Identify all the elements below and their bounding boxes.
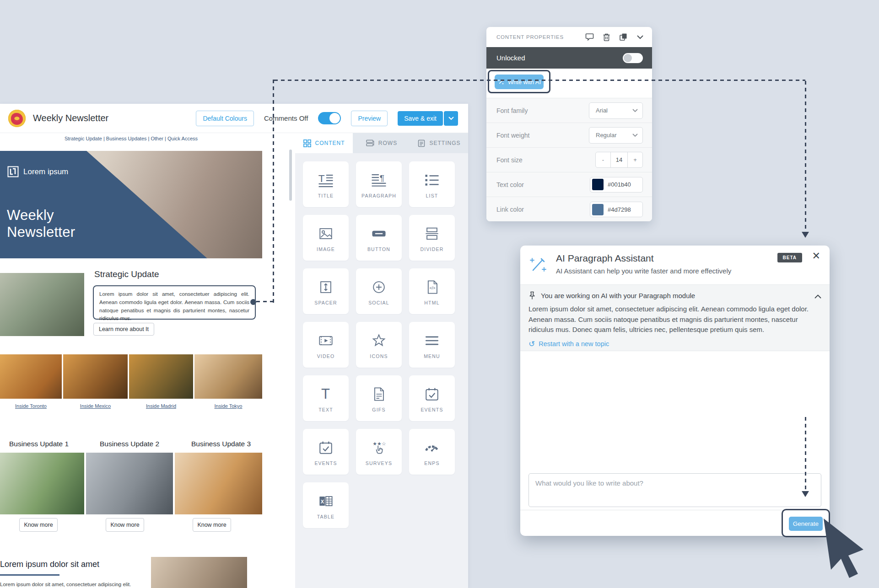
module-label: ENPS	[424, 460, 439, 466]
know-more-button-3[interactable]: Know more	[193, 518, 231, 532]
module-label: BUTTON	[367, 246, 390, 252]
city-photo-mexico	[63, 354, 128, 399]
link-inside-madrid[interactable]: Inside Madrid	[129, 403, 193, 409]
connector-right-vertical-1	[805, 81, 806, 232]
module-card-text[interactable]: T TEXT	[303, 375, 349, 421]
restart-topic-link[interactable]: ↺ Restart with a new topic	[528, 339, 821, 349]
spacer-icon	[317, 278, 335, 297]
context-body: Lorem ipsum dolor sit amet, consectetuer…	[528, 304, 821, 335]
module-card-table[interactable]: X TABLE	[303, 482, 349, 528]
chevron-down-icon	[632, 109, 638, 112]
module-card-events[interactable]: EVENTS	[409, 375, 455, 421]
module-card-divider[interactable]: DIVIDER	[409, 215, 455, 261]
font-family-select[interactable]: Arial	[589, 102, 643, 119]
comments-off-label: Comments Off	[264, 114, 308, 122]
properties-header: CONTENT PROPERTIES	[486, 27, 652, 47]
know-more-button-2[interactable]: Know more	[106, 518, 144, 532]
toggle-knob	[624, 54, 632, 62]
tab-content[interactable]: CONTENT	[295, 133, 353, 153]
unlocked-toggle[interactable]	[623, 53, 643, 63]
delete-icon[interactable]	[602, 32, 611, 42]
panel-scrollbar[interactable]	[289, 150, 292, 201]
comments-toggle[interactable]	[318, 112, 341, 124]
business-photo-1	[0, 453, 84, 514]
prompt-input[interactable]	[528, 473, 821, 507]
default-colours-button[interactable]: Default Colours	[196, 111, 254, 126]
know-more-button-1[interactable]: Know more	[19, 518, 58, 532]
duplicate-icon[interactable]	[619, 32, 628, 42]
module-card-list[interactable]: LIST	[409, 161, 455, 207]
chevron-up-icon[interactable]	[814, 292, 821, 300]
font-weight-select[interactable]: Regular	[589, 127, 643, 144]
tab-settings[interactable]: SETTINGS	[410, 133, 468, 153]
gifs-icon	[370, 385, 388, 404]
collapse-chevron-icon[interactable]	[636, 32, 645, 42]
link-inside-toronto[interactable]: Inside Toronto	[0, 403, 62, 409]
module-label: DIVIDER	[421, 246, 444, 252]
module-label: SOCIAL	[368, 300, 389, 305]
title-icon: T	[317, 171, 335, 190]
strategic-photo	[0, 273, 84, 336]
close-icon[interactable]: ✕	[812, 250, 820, 262]
divider-icon	[423, 224, 441, 243]
tab-label: SETTINGS	[429, 140, 460, 146]
link-color-swatch	[592, 204, 604, 215]
module-card-image[interactable]: IMAGE	[303, 215, 349, 261]
module-card-html[interactable]: </> HTML	[409, 268, 455, 314]
module-card-enps[interactable]: ENPS	[409, 429, 455, 475]
font-size-increase-button[interactable]: +	[628, 152, 642, 167]
module-card-button[interactable]: BUTTON	[356, 215, 402, 261]
link-color-picker[interactable]: #4d7298	[590, 202, 643, 217]
module-card-video[interactable]: VIDEO	[303, 322, 349, 368]
save-options-chevron-button[interactable]	[444, 111, 458, 126]
module-card-social[interactable]: SOCIAL	[356, 268, 402, 314]
text-color-value: #001b40	[604, 181, 631, 188]
link-inside-tokyo[interactable]: Inside Tokyo	[194, 403, 262, 409]
selection-handle[interactable]	[250, 299, 256, 305]
preview-button[interactable]: Preview	[351, 111, 388, 126]
panel-tabbar: CONTENT ROWS SETTINGS	[295, 133, 468, 153]
table-icon: X	[317, 492, 335, 511]
font-family-label: Font family	[496, 107, 528, 114]
business-update-1-heading: Business Update 1	[9, 440, 69, 448]
module-card-spacer[interactable]: SPACER	[303, 268, 349, 314]
tab-rows[interactable]: ROWS	[353, 133, 410, 153]
hero-title: Weekly Newsletter	[7, 207, 75, 241]
module-card-title[interactable]: T TITLE	[303, 161, 349, 207]
selected-paragraph-module[interactable]: Lorem ipsum dolor sit amet, consectetuer…	[93, 285, 256, 320]
module-card-paragraph[interactable]: ¶ PARAGRAPH	[356, 161, 402, 207]
module-card-menu[interactable]: MENU	[409, 322, 455, 368]
write-with-ai-button[interactable]: Write with AI	[495, 75, 544, 89]
module-card-events-2[interactable]: EVENTS	[303, 429, 349, 475]
font-family-value: Arial	[596, 107, 608, 114]
menu-icon	[423, 331, 441, 350]
document-title: Weekly Newsletter	[33, 113, 108, 123]
link-color-value: #4d7298	[604, 206, 631, 213]
connector-top-horizontal	[274, 80, 805, 81]
svg-text:T: T	[318, 172, 325, 184]
image-icon	[317, 224, 335, 243]
learn-more-button[interactable]: Learn more about It	[93, 323, 154, 336]
text-color-row: Text color #001b40	[486, 172, 652, 197]
module-card-gifs[interactable]: GIFS	[356, 375, 402, 421]
write-with-ai-highlight-box: Write with AI	[488, 70, 550, 93]
content-properties-panel: CONTENT PROPERTIES Unlocked	[486, 27, 652, 221]
connector-left-stub	[256, 301, 275, 302]
module-card-surveys[interactable]: ★★☆ SURVEYS	[356, 429, 402, 475]
unlocked-bar: Unlocked	[486, 47, 652, 69]
surveys-icon: ★★☆	[370, 438, 388, 457]
save-exit-button[interactable]: Save & exit	[398, 111, 443, 126]
font-size-decrease-button[interactable]: -	[596, 152, 610, 167]
text-color-picker[interactable]: #001b40	[590, 177, 643, 192]
link-inside-mexico[interactable]: Inside Mexico	[63, 403, 128, 409]
events-icon	[423, 385, 441, 404]
screenshot-root: Weekly Newsletter Default Colours Commen…	[0, 0, 879, 588]
newsletter-nav-links[interactable]: Strategic Update | Business Updates | Ot…	[0, 136, 262, 141]
comment-icon[interactable]	[585, 32, 594, 42]
svg-text:¶: ¶	[380, 173, 384, 182]
svg-text:X: X	[321, 498, 324, 504]
module-card-icons[interactable]: ICONS	[356, 322, 402, 368]
svg-text:</>: </>	[430, 286, 436, 290]
module-label: HTML	[424, 300, 439, 305]
svg-text:T: T	[321, 386, 330, 402]
